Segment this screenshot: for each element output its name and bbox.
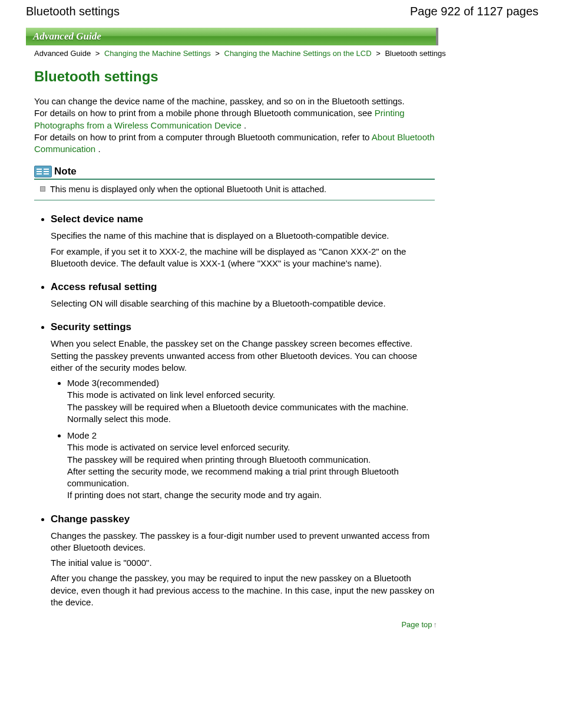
setting-para: The initial value is "0000". [51,557,435,569]
setting-para: When you select Enable, the passkey set … [51,338,435,374]
page-top-link[interactable]: Page top [401,620,432,629]
setting-para: Specifies the name of this machine that … [51,230,435,242]
bullet-icon [40,186,45,192]
mode-line: The passkey will be required when printi… [67,454,435,466]
setting-title: Security settings [51,321,435,333]
note-heading: Note [54,166,77,177]
setting-para: After you change the passkey, you may be… [51,572,435,608]
setting-select-device-name: Select device name Specifies the name of… [51,213,435,269]
breadcrumb-sep: > [215,49,220,58]
mode-line: After setting the security mode, we reco… [67,466,435,490]
setting-para: Changes the passkey. The passkey is a fo… [51,530,435,554]
intro-line-2b: . [244,120,246,130]
mode-line: If printing does not start, change the s… [67,489,435,501]
up-arrow-icon: ↑ [434,620,438,629]
setting-change-passkey: Change passkey Changes the passkey. The … [51,513,435,609]
intro-line-2a: For details on how to print from a mobil… [34,108,375,118]
setting-para: For example, if you set it to XXX-2, the… [51,246,435,270]
note-body: This menu is displayed only when the opt… [34,180,435,200]
intro-line-3a: For details on how to print from a compu… [34,132,372,142]
page-title: Bluetooth settings [34,68,435,85]
mode-line: This mode is activated on service level … [67,442,435,453]
breadcrumb-sep: > [376,49,381,58]
mode-line: This mode is activated on link level enf… [67,389,435,401]
breadcrumb-link-2[interactable]: Changing the Machine Settings on the LCD [224,49,372,58]
setting-security: Security settings When you select Enable… [51,321,435,501]
intro-text: You can change the device name of the ma… [34,95,435,155]
breadcrumb: Advanced Guide > Changing the Machine Se… [34,49,538,58]
breadcrumb-current: Bluetooth settings [385,49,445,58]
mode-title: Mode 3(recommended) [67,377,435,389]
page-counter: Page 922 of 1127 pages [410,5,538,18]
intro-line-1: You can change the device name of the ma… [34,95,435,107]
breadcrumb-root: Advanced Guide [34,49,91,58]
security-modes-list: Mode 3(recommended) This mode is activat… [51,377,435,502]
breadcrumb-sep: > [95,49,100,58]
banner-advanced-guide: Advanced Guide [26,28,438,45]
intro-line-3b: . [98,144,100,154]
note-icon [34,166,52,177]
setting-para: Selecting ON will disable searching of t… [51,298,435,309]
setting-title: Select device name [51,213,435,225]
mode-3: Mode 3(recommended) This mode is activat… [67,377,435,425]
mode-2: Mode 2 This mode is activated on service… [67,430,435,502]
mode-line: Normally select this mode. [67,413,435,425]
doc-title: Bluetooth settings [26,5,120,18]
setting-title: Access refusal setting [51,281,435,293]
mode-line: The passkey will be required when a Blue… [67,401,435,413]
note-text: This menu is displayed only when the opt… [50,185,326,194]
settings-list: Select device name Specifies the name of… [34,213,435,608]
setting-access-refusal: Access refusal setting Selecting ON will… [51,281,435,309]
mode-title: Mode 2 [67,430,435,442]
breadcrumb-link-1[interactable]: Changing the Machine Settings [104,49,211,58]
setting-title: Change passkey [51,513,435,525]
